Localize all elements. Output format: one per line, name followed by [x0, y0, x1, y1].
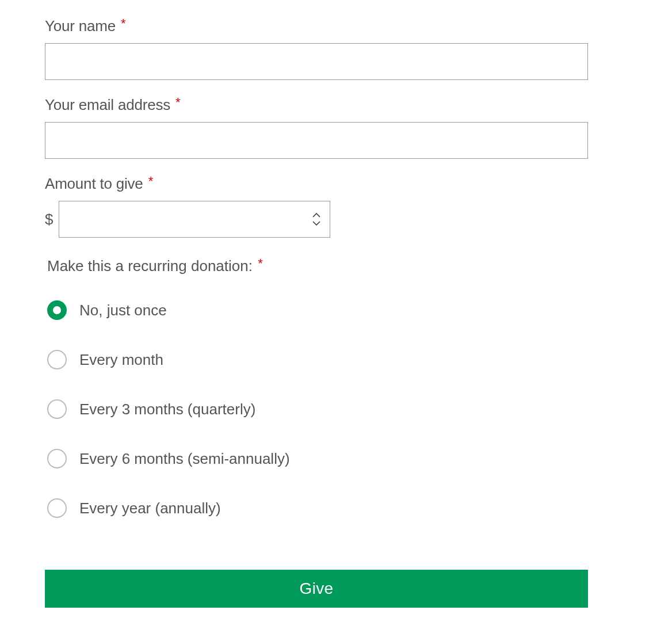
- email-group: Your email address *: [45, 96, 627, 159]
- required-mark: *: [121, 16, 125, 30]
- radio-label: No, just once: [79, 302, 167, 319]
- give-button-label: Give: [300, 579, 334, 598]
- recurring-options: No, just once Every month Every 3 months…: [47, 300, 627, 518]
- amount-input[interactable]: [59, 201, 312, 237]
- radio-icon: [47, 449, 67, 468]
- recurring-label: Make this a recurring donation: *: [47, 257, 627, 275]
- radio-label: Every month: [79, 351, 163, 369]
- name-group: Your name *: [45, 17, 627, 80]
- chevron-down-icon[interactable]: [312, 221, 320, 226]
- radio-label: Every 6 months (semi-annually): [79, 450, 290, 468]
- amount-row: $: [45, 201, 627, 238]
- amount-group: Amount to give * $: [45, 175, 627, 238]
- radio-option-semiannually[interactable]: Every 6 months (semi-annually): [47, 449, 627, 468]
- currency-symbol: $: [45, 211, 53, 228]
- name-input[interactable]: [45, 43, 588, 80]
- name-label-text: Your name: [45, 17, 116, 35]
- required-mark: *: [148, 174, 153, 188]
- name-label: Your name *: [45, 17, 627, 35]
- email-label-text: Your email address: [45, 96, 170, 113]
- give-button[interactable]: Give: [45, 570, 588, 608]
- donation-form: Your name * Your email address * Amount …: [45, 17, 627, 608]
- radio-label: Every year (annually): [79, 499, 221, 517]
- radio-label: Every 3 months (quarterly): [79, 401, 255, 418]
- required-mark: *: [258, 256, 263, 270]
- recurring-label-text: Make this a recurring donation:: [47, 257, 253, 274]
- radio-option-quarterly[interactable]: Every 3 months (quarterly): [47, 399, 627, 419]
- radio-icon: [47, 399, 67, 419]
- amount-label-text: Amount to give: [45, 175, 143, 192]
- radio-icon: [47, 498, 67, 518]
- amount-label: Amount to give *: [45, 175, 627, 193]
- email-input[interactable]: [45, 122, 588, 159]
- amount-spinner: [312, 213, 330, 226]
- required-mark: *: [175, 95, 180, 109]
- radio-option-once[interactable]: No, just once: [47, 300, 627, 320]
- email-label: Your email address *: [45, 96, 627, 114]
- radio-option-monthly[interactable]: Every month: [47, 350, 627, 369]
- radio-icon: [47, 350, 67, 369]
- radio-option-annually[interactable]: Every year (annually): [47, 498, 627, 518]
- chevron-up-icon[interactable]: [312, 213, 320, 218]
- amount-input-container: [59, 201, 330, 238]
- radio-icon: [47, 300, 67, 320]
